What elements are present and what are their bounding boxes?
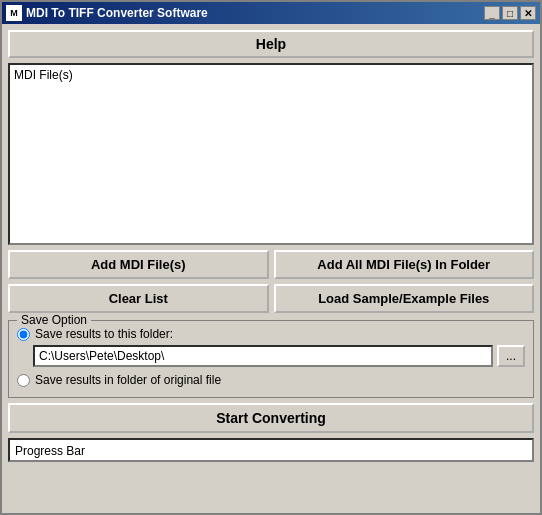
add-mdi-button[interactable]: Add MDI File(s) — [8, 250, 269, 279]
save-original-label[interactable]: Save results in folder of original file — [35, 373, 221, 387]
help-button[interactable]: Help — [8, 30, 534, 58]
title-bar: M MDI To TIFF Converter Software _ □ ✕ — [2, 2, 540, 24]
title-bar-controls: _ □ ✕ — [484, 6, 536, 20]
file-list-area[interactable] — [12, 83, 530, 238]
save-option-legend: Save Option — [17, 313, 91, 327]
save-folder-radio[interactable] — [17, 328, 30, 341]
main-window: M MDI To TIFF Converter Software _ □ ✕ H… — [0, 0, 542, 515]
minimize-button[interactable]: _ — [484, 6, 500, 20]
add-all-mdi-button[interactable]: Add All MDI File(s) In Folder — [274, 250, 535, 279]
save-folder-radio-row: Save results to this folder: — [17, 327, 525, 341]
file-list-label: MDI File(s) — [12, 67, 530, 83]
save-original-radio[interactable] — [17, 374, 30, 387]
close-button[interactable]: ✕ — [520, 6, 536, 20]
window-title: MDI To TIFF Converter Software — [26, 6, 208, 20]
add-buttons-row: Add MDI File(s) Add All MDI File(s) In F… — [8, 250, 534, 279]
save-original-radio-row: Save results in folder of original file — [17, 373, 525, 387]
clear-load-row: Clear List Load Sample/Example Files — [8, 284, 534, 313]
clear-list-button[interactable]: Clear List — [8, 284, 269, 313]
progress-bar-label: Progress Bar — [15, 444, 85, 458]
save-option-group: Save Option Save results to this folder:… — [8, 320, 534, 398]
save-folder-label[interactable]: Save results to this folder: — [35, 327, 173, 341]
title-bar-left: M MDI To TIFF Converter Software — [6, 5, 208, 21]
load-sample-button[interactable]: Load Sample/Example Files — [274, 284, 535, 313]
start-converting-button[interactable]: Start Converting — [8, 403, 534, 433]
file-list-group: MDI File(s) — [8, 63, 534, 245]
folder-input-row: ... — [33, 345, 525, 367]
folder-path-input[interactable] — [33, 345, 493, 367]
window-content: Help MDI File(s) Add MDI File(s) Add All… — [2, 24, 540, 513]
restore-button[interactable]: □ — [502, 6, 518, 20]
browse-button[interactable]: ... — [497, 345, 525, 367]
app-icon: M — [6, 5, 22, 21]
progress-bar-area: Progress Bar — [8, 438, 534, 462]
